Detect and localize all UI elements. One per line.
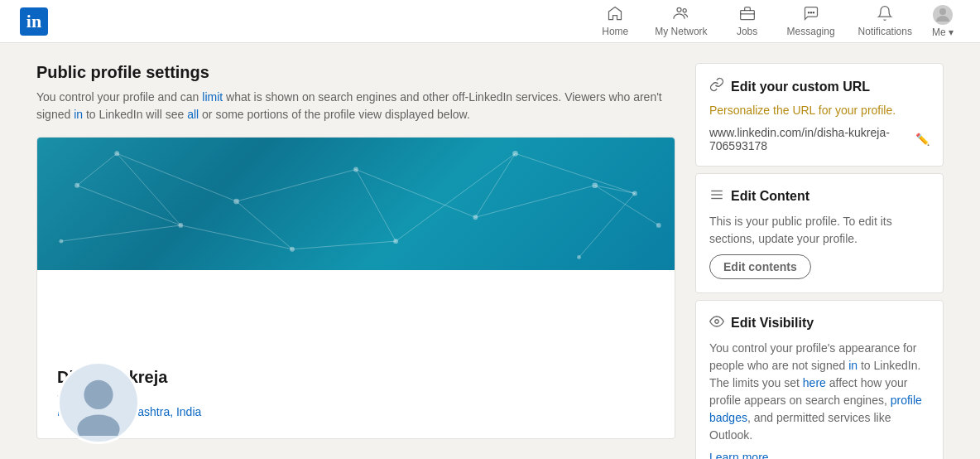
- svg-point-28: [353, 167, 358, 172]
- nav-home-label: Home: [602, 26, 628, 37]
- svg-point-1: [683, 9, 686, 12]
- svg-point-35: [512, 151, 518, 157]
- svg-line-25: [579, 193, 635, 257]
- page-description: You control your profile and can limit w…: [36, 89, 675, 123]
- svg-point-45: [715, 319, 719, 323]
- svg-point-0: [677, 7, 681, 12]
- profile-url-display: www.linkedin.com/in/disha-kukreja-706593…: [709, 126, 930, 152]
- svg-rect-2: [740, 11, 754, 20]
- profile-headline: --: [57, 389, 655, 402]
- svg-point-27: [233, 199, 239, 205]
- svg-point-32: [178, 223, 183, 228]
- svg-point-38: [59, 239, 63, 244]
- nav-me[interactable]: Me ▾: [925, 0, 960, 43]
- svg-line-22: [77, 186, 180, 225]
- svg-line-20: [475, 153, 515, 217]
- svg-line-17: [516, 153, 635, 193]
- edit-content-card: Edit Content This is your public profile…: [695, 173, 944, 293]
- svg-line-9: [237, 170, 356, 202]
- profile-card: Disha Kukreja -- Mumbai, Maharashtra, In…: [36, 137, 675, 439]
- network-icon: [673, 5, 689, 24]
- home-icon: [607, 5, 623, 24]
- limit-link[interactable]: limit: [202, 90, 223, 104]
- left-panel: Public profile settings You control your…: [36, 63, 675, 459]
- page-title: Public profile settings: [36, 63, 675, 82]
- nav-messaging[interactable]: Messaging: [777, 0, 845, 43]
- svg-line-8: [117, 153, 236, 201]
- edit-url-title: Edit your custom URL: [709, 77, 930, 96]
- svg-point-26: [114, 151, 119, 156]
- svg-line-16: [396, 153, 515, 241]
- here-link[interactable]: here: [803, 376, 826, 389]
- nav-jobs[interactable]: Jobs: [721, 0, 774, 43]
- profile-banner: [37, 138, 675, 270]
- edit-visibility-body: You control your profile's appearance fo…: [709, 340, 930, 444]
- nav-jobs-label: Jobs: [737, 26, 757, 37]
- linkedin-logo[interactable]: in: [20, 7, 48, 36]
- nav-messaging-label: Messaging: [787, 26, 835, 37]
- svg-point-31: [656, 223, 661, 228]
- svg-point-33: [290, 247, 295, 252]
- edit-url-pen-icon[interactable]: ✏️: [915, 133, 930, 146]
- edit-content-title-text: Edit Content: [731, 189, 809, 204]
- svg-point-39: [577, 255, 581, 259]
- edit-visibility-title: Edit Visibility: [709, 314, 930, 333]
- profile-badges-link[interactable]: profile badges: [709, 394, 922, 424]
- svg-line-19: [356, 170, 396, 242]
- link-icon: [709, 77, 724, 96]
- svg-point-37: [74, 183, 79, 188]
- svg-point-4: [808, 12, 809, 13]
- svg-point-7: [939, 8, 946, 15]
- nav-network-label: My Network: [655, 26, 707, 37]
- svg-line-15: [292, 241, 396, 249]
- svg-line-18: [237, 201, 292, 249]
- svg-point-6: [813, 12, 814, 13]
- svg-point-30: [592, 182, 598, 188]
- profile-avatar-svg: [65, 370, 132, 436]
- nav-items: Home My Network Jobs: [588, 0, 960, 43]
- edit-content-body: This is your public profile. To edit its…: [709, 213, 930, 248]
- jobs-icon: [739, 5, 756, 24]
- svg-line-11: [475, 186, 594, 218]
- learn-more-link[interactable]: Learn more: [709, 451, 930, 459]
- nav-home[interactable]: Home: [588, 0, 641, 43]
- nav-notifications[interactable]: Notifications: [848, 0, 922, 43]
- edit-url-card: Edit your custom URL Personalize the URL…: [695, 63, 944, 167]
- all-link[interactable]: all: [187, 108, 199, 121]
- edit-visibility-title-text: Edit Visibility: [731, 316, 814, 331]
- banner-network-svg: [37, 138, 675, 265]
- messaging-icon: [803, 5, 819, 24]
- eye-icon: [709, 314, 724, 333]
- svg-line-13: [117, 153, 180, 225]
- signed-in-link[interactable]: in: [848, 359, 858, 372]
- edit-content-title: Edit Content: [709, 187, 930, 206]
- profile-name: Disha Kukreja: [57, 368, 655, 387]
- edit-contents-button[interactable]: Edit contents: [709, 254, 811, 279]
- svg-line-24: [61, 225, 180, 241]
- svg-line-10: [356, 170, 475, 218]
- svg-point-41: [77, 414, 119, 436]
- nav-me-avatar: [933, 5, 953, 25]
- svg-point-5: [810, 12, 811, 13]
- in-link[interactable]: in: [74, 108, 83, 121]
- navbar: in Home My Network: [0, 0, 980, 43]
- svg-point-34: [393, 239, 398, 244]
- profile-url-text: www.linkedin.com/in/disha-kukreja-706593…: [709, 126, 910, 152]
- notifications-icon: [877, 5, 893, 24]
- right-panel: Edit your custom URL Personalize the URL…: [695, 63, 944, 459]
- edit-url-title-text: Edit your custom URL: [731, 80, 870, 94]
- nav-network[interactable]: My Network: [645, 0, 717, 43]
- list-icon: [709, 187, 724, 206]
- svg-line-21: [77, 153, 117, 186]
- profile-location: Mumbai, Maharashtra, India: [57, 405, 655, 418]
- profile-photo: [57, 361, 140, 444]
- svg-point-40: [84, 380, 113, 409]
- svg-point-29: [473, 215, 478, 220]
- svg-point-36: [632, 191, 637, 196]
- edit-url-subtitle: Personalize the URL for your profile.: [709, 103, 930, 119]
- main-container: Public profile settings You control your…: [23, 43, 957, 459]
- nav-notifications-label: Notifications: [858, 26, 912, 37]
- svg-line-14: [180, 225, 292, 249]
- edit-visibility-card: Edit Visibility You control your profile…: [695, 300, 944, 459]
- nav-me-label: Me ▾: [932, 27, 954, 38]
